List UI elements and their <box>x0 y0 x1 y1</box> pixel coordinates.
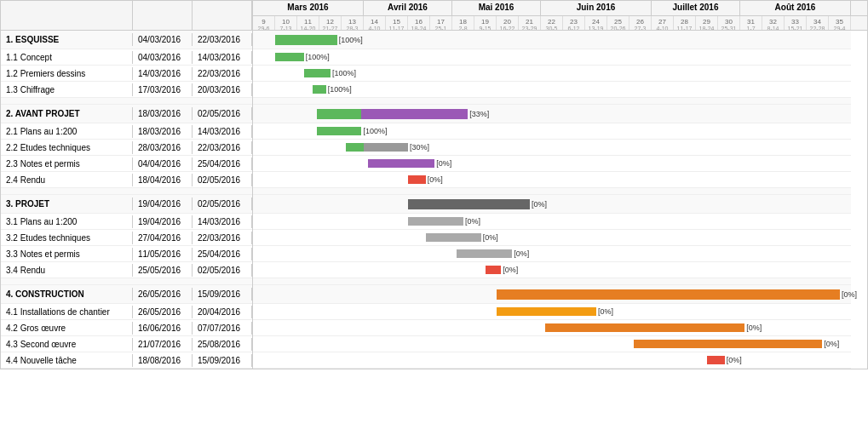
start-date-cell: 18/03/2016 <box>133 125 193 138</box>
bar-label: [0%] <box>746 323 762 332</box>
gantt-bar <box>408 199 530 209</box>
week-cell: 1328-3 <box>342 16 364 30</box>
end-date-cell: 22/03/2016 <box>193 232 252 244</box>
gantt-bar <box>313 85 326 94</box>
timeline-row: [30%] <box>253 140 851 156</box>
week-cell: 2811-17 <box>674 16 696 30</box>
bar-label: [0%] <box>428 175 443 184</box>
end-date-cell: 22/03/2016 <box>193 67 252 80</box>
bar-label: [0%] <box>727 356 742 364</box>
start-date-cell: 04/03/2016 <box>133 33 193 46</box>
week-cell: 1511-17 <box>386 16 408 30</box>
phase-cell: 4.3 Second œuvre <box>1 338 133 351</box>
gantt-bar-progress <box>346 143 364 152</box>
start-date-cell: 19/04/2016 <box>133 197 193 210</box>
week-cell: 236-12 <box>563 16 585 30</box>
end-date-cell: 22/03/2016 <box>193 33 252 46</box>
gantt-bar <box>426 233 481 242</box>
end-date-cell: 15/09/2016 <box>193 288 252 300</box>
phase-cell: 1.1 Concept <box>1 51 133 64</box>
timeline-row: [0%] <box>253 156 851 172</box>
table-row: 3.3 Notes et permis11/05/201625/04/2016 <box>1 246 252 262</box>
timeline-row: [0%] <box>253 195 851 214</box>
col-end-header <box>193 1 252 30</box>
gantt-bar <box>497 289 840 300</box>
start-date-cell: 16/06/2016 <box>133 322 193 335</box>
left-panel-header <box>1 1 253 30</box>
bar-label: [100%] <box>306 53 330 61</box>
bar-label: [100%] <box>339 36 363 44</box>
week-cell: 144-10 <box>364 16 386 30</box>
week-cell: 328-14 <box>762 16 785 30</box>
phase-cell: 3.2 Etudes techniques <box>1 232 133 244</box>
week-cell: 274-10 <box>652 16 674 30</box>
phase-cell: 2.1 Plans au 1:200 <box>1 125 133 138</box>
gantt-bar <box>408 217 463 226</box>
month-cell: Avril 2016 <box>364 1 452 15</box>
end-date-cell: 22/03/2016 <box>193 141 252 154</box>
week-cell: 2520-26 <box>607 16 629 30</box>
week-cell: 107-13 <box>275 16 297 30</box>
timeline-row: [33%] <box>253 105 851 123</box>
timeline-row: [0%] <box>253 304 851 320</box>
timeline-row: [0%] <box>253 352 851 369</box>
timeline-row: [0%] <box>253 172 851 188</box>
end-date-cell: 14/03/2016 <box>193 125 252 138</box>
table-row: 3.1 Plans au 1:20019/04/201614/03/2016 <box>1 214 252 230</box>
table-row: 1.2 Premiers dessins14/03/201622/03/2016 <box>1 66 252 82</box>
phase-cell: 3. PROJET <box>1 197 133 210</box>
week-cell: 311-7 <box>740 16 762 30</box>
timeline-row: [100%] <box>253 123 851 140</box>
end-date-cell: 02/05/2016 <box>193 264 252 277</box>
month-cell: Août 2016 <box>740 1 851 15</box>
bar-label: [0%] <box>503 266 518 274</box>
bar-label: [100%] <box>332 69 356 77</box>
start-date-cell: 25/05/2016 <box>133 264 193 277</box>
week-cell: 2918-24 <box>696 16 718 30</box>
start-date-cell: 17/03/2016 <box>133 83 193 96</box>
end-date-cell: 15/09/2016 <box>193 354 252 367</box>
table-row: 1.1 Concept04/03/201614/03/2016 <box>1 49 252 66</box>
timeline-row <box>253 98 851 105</box>
start-date-cell: 19/04/2016 <box>133 215 193 228</box>
gantt-bar-progress <box>317 109 361 119</box>
table-row: 2.3 Notes et permis04/04/201625/04/2016 <box>1 156 252 172</box>
gantt-bar <box>304 69 331 77</box>
week-cell: 2627-3 <box>629 16 652 30</box>
table-row: 1. ESQUISSE04/03/201622/03/2016 <box>1 31 252 49</box>
table-row: 4.3 Second œuvre21/07/201625/08/2016 <box>1 336 252 352</box>
phase-cell: 4.2 Gros œuvre <box>1 322 133 335</box>
table-row: 1.3 Chiffrage17/03/201620/03/2016 <box>1 82 252 98</box>
phase-cell: 3.3 Notes et permis <box>1 248 133 260</box>
week-cell: 1618-24 <box>408 16 430 30</box>
table-row: 3.4 Rendu25/05/201602/05/2016 <box>1 262 252 278</box>
end-date-cell: 25/08/2016 <box>193 338 252 351</box>
phase-cell: 2.4 Rendu <box>1 174 133 186</box>
week-cell: 2016-22 <box>497 16 519 30</box>
week-cell: 3529-4 <box>829 16 851 30</box>
table-row: 4. CONSTRUCTION26/05/201615/09/2016 <box>1 285 252 304</box>
week-cell: 3025-31 <box>718 16 740 30</box>
left-panel: 1. ESQUISSE04/03/201622/03/20161.1 Conce… <box>1 31 253 369</box>
table-row: 2.1 Plans au 1:20018/03/201614/03/2016 <box>1 123 252 140</box>
end-date-cell: 02/05/2016 <box>193 174 252 186</box>
week-cell: 2230-5 <box>541 16 563 30</box>
gantt-body: 1. ESQUISSE04/03/201622/03/20161.1 Conce… <box>1 31 867 369</box>
bar-label: [100%] <box>363 127 387 135</box>
start-date-cell: 18/08/2016 <box>133 354 193 367</box>
end-date-cell: 25/04/2016 <box>193 248 252 260</box>
gantt-bar <box>368 159 434 168</box>
bar-label: [0%] <box>514 249 529 258</box>
table-row: 4.4 Nouvelle tâche18/08/201615/09/2016 <box>1 352 252 369</box>
timeline-area: [100%][100%][100%][100%][33%][100%][30%]… <box>253 31 867 369</box>
month-cell: Juillet 2016 <box>652 1 740 15</box>
table-row: 2. AVANT PROJET18/03/201602/05/2016 <box>1 105 252 123</box>
gantt-header: Mars 2016Avril 2016Mai 2016Juin 2016Juil… <box>1 1 867 31</box>
gantt-bar <box>634 340 822 348</box>
timeline-row: [100%] <box>253 31 851 49</box>
start-date-cell: 04/03/2016 <box>133 51 193 64</box>
gantt-bar <box>275 35 337 45</box>
phase-cell: 2.3 Notes et permis <box>1 157 133 170</box>
week-cell: 2123-29 <box>519 16 541 30</box>
phase-cell: 2.2 Etudes techniques <box>1 141 133 154</box>
